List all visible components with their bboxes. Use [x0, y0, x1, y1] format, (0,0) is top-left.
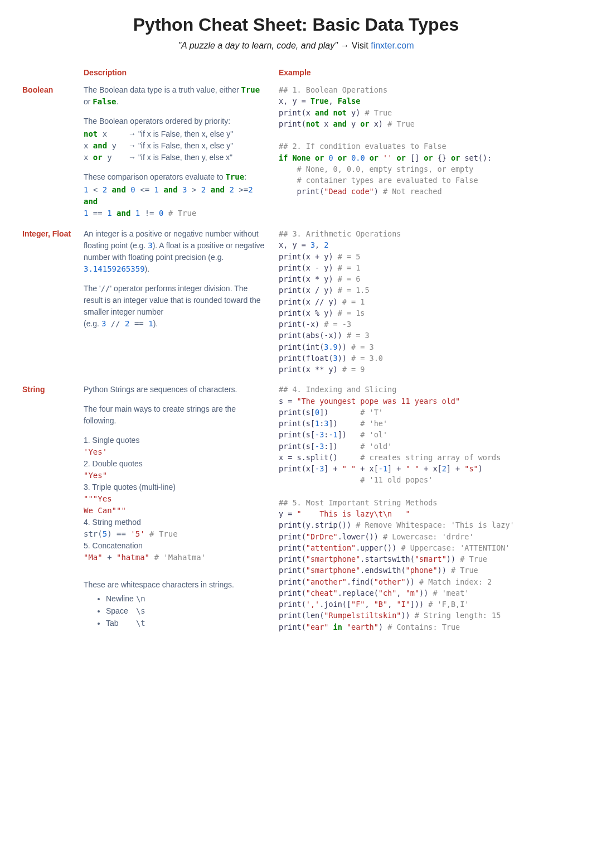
row-label-intfloat: Integer, Float [17, 224, 78, 379]
finxter-link[interactable]: finxter.com [371, 41, 414, 50]
tagline: "A puzzle a day to learn, code, and play… [178, 41, 338, 50]
whitespace-list: Newline \n Space \s Tab \t [84, 593, 268, 629]
example-boolean: ## 1. Boolean Operations x, y = True, Fa… [273, 80, 575, 224]
visit-label: Visit [352, 41, 368, 50]
desc-boolean: The Boolean data type is a truth value, … [78, 80, 273, 224]
col-description: Description [78, 62, 273, 80]
col-example: Example [273, 62, 575, 80]
row-label-boolean: Boolean [17, 80, 78, 224]
example-intfloat: ## 3. Arithmetic Operations x, y = 3, 2 … [273, 224, 575, 379]
example-string: ## 4. Indexing and Slicing s = "The youn… [273, 379, 575, 637]
cheatsheet-table: Description Example Boolean The Boolean … [17, 62, 575, 637]
arrow-icon: → [340, 41, 349, 50]
desc-string: Python Strings are sequences of characte… [78, 379, 273, 637]
col-blank [17, 62, 78, 80]
desc-intfloat: An integer is a positive or negative num… [78, 224, 273, 379]
row-label-string: String [17, 379, 78, 637]
subtitle: "A puzzle a day to learn, code, and play… [17, 39, 575, 52]
page-title: Python Cheat Sheet: Basic Data Types [17, 11, 575, 38]
